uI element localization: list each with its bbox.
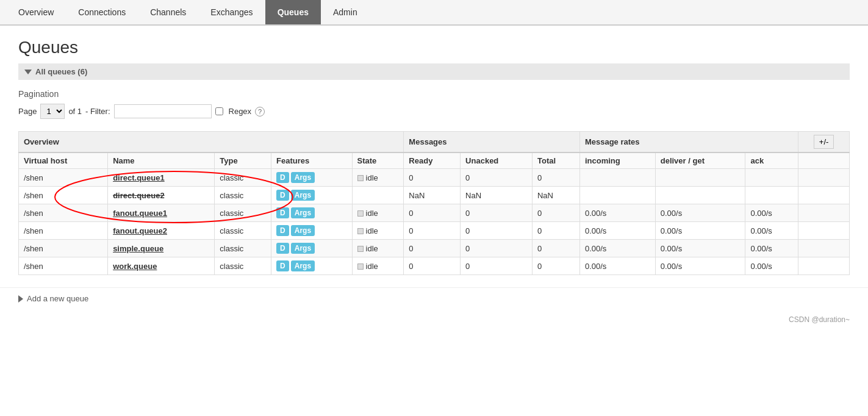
footer-text: CSDN @duration~ <box>789 315 850 324</box>
col-name: Name <box>108 152 215 169</box>
cell-deliver-get: 0.00/s <box>655 240 745 257</box>
cell-type: classic <box>215 204 271 222</box>
group-header-message-rates: Message rates <box>579 132 798 153</box>
filter-label: - Filter: <box>85 107 110 116</box>
col-type: Type <box>215 152 271 169</box>
badge-args[interactable]: Args <box>291 260 315 271</box>
page-select[interactable]: 1 <box>40 104 65 119</box>
cell-features: DArgs <box>271 204 352 222</box>
cell-name[interactable]: fanout.queue2 <box>108 222 215 240</box>
regex-checkbox[interactable] <box>215 107 223 115</box>
state-icon <box>357 228 364 234</box>
cell-name[interactable]: fanout.queue1 <box>108 204 215 222</box>
cell-total: 0 <box>532 240 579 257</box>
plus-minus-btn[interactable]: +/- <box>798 132 850 153</box>
cell-extra <box>798 240 850 257</box>
col-state: State <box>352 152 404 169</box>
cell-total: NaN <box>532 187 579 204</box>
col-incoming: incoming <box>579 152 655 169</box>
nav-item-queues[interactable]: Queues <box>265 0 321 24</box>
col-ack: ack <box>745 152 798 169</box>
badge-args[interactable]: Args <box>291 190 315 201</box>
nav-item-exchanges[interactable]: Exchanges <box>198 0 265 24</box>
cell-features: DArgs <box>271 187 352 204</box>
cell-unacked: 0 <box>461 169 533 187</box>
regex-label: Regex <box>229 107 252 116</box>
queues-table-container: Overview Messages Message rates +/- Virt… <box>18 131 850 275</box>
cell-type: classic <box>215 257 271 275</box>
cell-vhost: /shen <box>19 222 108 240</box>
state-icon <box>357 210 364 217</box>
cell-deliver-get: 0.00/s <box>655 222 745 240</box>
state-text: idle <box>366 262 378 271</box>
cell-name[interactable]: simple.queue <box>108 240 215 257</box>
cell-unacked: NaN <box>461 187 533 204</box>
badge-args[interactable]: Args <box>291 207 315 218</box>
cell-ack: 0.00/s <box>745 222 798 240</box>
add-queue-section[interactable]: Add a new queue <box>0 287 868 309</box>
col-ready: Ready <box>404 152 461 169</box>
cell-ack <box>745 169 798 187</box>
nav-item-admin[interactable]: Admin <box>321 0 370 24</box>
badge-args[interactable]: Args <box>291 225 315 236</box>
badge-d: D <box>276 207 289 218</box>
add-queue-label: Add a new queue <box>27 294 88 303</box>
cell-unacked: 0 <box>461 257 533 275</box>
state-icon <box>357 264 364 270</box>
table-row: /shensimple.queueclassicDArgsidle0000.00… <box>19 240 850 257</box>
cell-incoming: 0.00/s <box>579 222 655 240</box>
table-row: /shenfanout.queue1classicDArgsidle0000.0… <box>19 204 850 222</box>
cell-total: 0 <box>532 204 579 222</box>
cell-type: classic <box>215 169 271 187</box>
cell-extra <box>798 204 850 222</box>
cell-vhost: /shen <box>19 169 108 187</box>
state-icon <box>357 246 364 252</box>
cell-deliver-get <box>655 187 745 204</box>
nav-item-connections[interactable]: Connections <box>66 0 138 24</box>
table-row: /shenwork.queueclassicDArgsidle0000.00/s… <box>19 257 850 275</box>
cell-ack: 0.00/s <box>745 257 798 275</box>
nav-item-channels[interactable]: Channels <box>138 0 198 24</box>
cell-name[interactable]: direct.queue1 <box>108 169 215 187</box>
nav-item-overview[interactable]: Overview <box>6 0 66 24</box>
cell-extra <box>798 169 850 187</box>
cell-ack: 0.00/s <box>745 240 798 257</box>
col-extra <box>798 152 850 169</box>
state-text: idle <box>366 244 378 253</box>
cell-name[interactable]: work.queue <box>108 257 215 275</box>
cell-ack <box>745 187 798 204</box>
cell-name[interactable]: direct.queue2 <box>108 187 215 204</box>
all-queues-header[interactable]: All queues (6) <box>18 63 850 80</box>
badge-d: D <box>276 190 289 201</box>
pagination-label: Pagination <box>18 89 850 99</box>
badge-args[interactable]: Args <box>291 243 315 254</box>
cell-state: idle <box>352 257 404 275</box>
cell-unacked: 0 <box>461 222 533 240</box>
state-text: idle <box>366 226 378 235</box>
cell-features: DArgs <box>271 257 352 275</box>
cell-extra <box>798 187 850 204</box>
col-deliver-get: deliver / get <box>655 152 745 169</box>
cell-ready: 0 <box>404 222 461 240</box>
cell-total: 0 <box>532 222 579 240</box>
group-header-overview: Overview <box>19 132 404 153</box>
cell-deliver-get: 0.00/s <box>655 204 745 222</box>
cell-total: 0 <box>532 169 579 187</box>
table-row: /shenfanout.queue2classicDArgsidle0000.0… <box>19 222 850 240</box>
all-queues-label: All queues (6) <box>35 67 87 76</box>
regex-help-icon[interactable]: ? <box>255 107 265 117</box>
cell-type: classic <box>215 222 271 240</box>
cell-ready: NaN <box>404 187 461 204</box>
state-text: idle <box>366 173 378 182</box>
badge-d: D <box>276 225 289 236</box>
col-features: Features <box>271 152 352 169</box>
badge-args[interactable]: Args <box>291 172 315 183</box>
pagination-controls: Page 1 of 1 - Filter: Regex ? <box>18 104 850 119</box>
of-label: of 1 <box>68 107 82 116</box>
page-label: Page <box>18 107 37 116</box>
filter-input[interactable] <box>114 104 212 118</box>
queues-table: Overview Messages Message rates +/- Virt… <box>18 131 850 275</box>
cell-incoming <box>579 187 655 204</box>
plus-minus-button[interactable]: +/- <box>814 135 834 149</box>
badge-d: D <box>276 260 289 271</box>
